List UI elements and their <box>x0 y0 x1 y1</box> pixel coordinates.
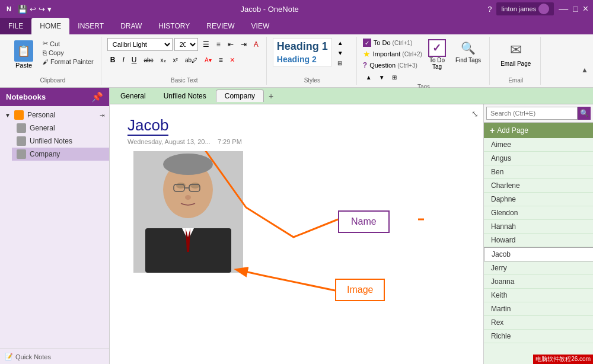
delete-format-button[interactable]: × <box>227 53 238 66</box>
company-label: Company <box>30 150 60 158</box>
heading1-style[interactable]: Heading 1 <box>275 40 330 53</box>
page-item-daphne[interactable]: Daphne <box>484 193 593 206</box>
font-color-button[interactable]: A▾ <box>202 55 215 65</box>
paste-button[interactable]: 📋 Paste <box>9 38 38 71</box>
bold-button[interactable]: B <box>107 54 119 66</box>
notebook-personal[interactable]: ▼ Personal ⇥ <box>0 108 109 122</box>
save-icon[interactable]: 💾 <box>18 5 27 14</box>
styles-expand-btn[interactable]: ⊞ <box>334 58 346 68</box>
close-btn[interactable]: × <box>583 4 588 14</box>
copy-button[interactable]: Copy <box>40 49 96 57</box>
bullet-list-button[interactable]: ☰ <box>200 39 212 50</box>
page-item-charlene[interactable]: Charlene <box>484 179 593 193</box>
ribbon-expand-icon[interactable]: ▲ <box>581 66 588 74</box>
page-item-angus[interactable]: Angus <box>484 152 593 165</box>
underline-button[interactable]: U <box>129 54 140 66</box>
page-item-ben[interactable]: Ben <box>484 165 593 179</box>
strikethrough-button[interactable]: abc <box>141 55 156 65</box>
todo-tag-button[interactable]: To Do Tag <box>425 38 449 71</box>
search-button[interactable]: 🔍 <box>578 107 591 120</box>
tab-insert[interactable]: INSERT <box>69 18 112 34</box>
email-page-button[interactable]: ✉ Email Page <box>496 38 535 68</box>
highlight-color-button[interactable]: ab🖊 <box>182 55 200 65</box>
note-title[interactable]: Jacob <box>127 116 168 136</box>
tab-draw[interactable]: DRAW <box>112 18 150 34</box>
sidebar-item-general[interactable]: General <box>12 122 109 135</box>
undo-icon[interactable]: ↩ <box>30 5 36 14</box>
important-tag-item[interactable]: ★ Important (Ctrl+2) <box>363 49 422 59</box>
italic-button[interactable]: I <box>119 54 127 66</box>
clear-format-button[interactable]: A <box>251 39 262 50</box>
sidebar-item-company[interactable]: Company <box>12 148 109 161</box>
customize-icon[interactable]: ▾ <box>47 5 52 14</box>
onenote-logo: N <box>5 4 14 14</box>
todo-tag-label: To Do (Ctrl+1) <box>374 39 412 46</box>
page-item-hannah[interactable]: Hannah <box>484 220 593 234</box>
decrease-indent-button[interactable]: ⇤ <box>225 39 237 50</box>
tab-review[interactable]: REVIEW <box>198 18 243 34</box>
font-family-select[interactable]: Calibri Light <box>107 38 173 51</box>
tags-up-btn[interactable]: ▲ <box>363 72 375 82</box>
tags-group: To Do (Ctrl+1) ★ Important (Ctrl+2) ? Qu… <box>358 37 490 85</box>
superscript-button[interactable]: x² <box>170 55 181 65</box>
tab-file[interactable]: FILE <box>0 18 31 34</box>
email-icon: ✉ <box>505 39 527 60</box>
question-tag-item[interactable]: ? Question (Ctrl+3) <box>363 60 422 70</box>
ribbon-tabs: FILE HOME INSERT DRAW HISTORY REVIEW VIE… <box>0 18 593 34</box>
search-input[interactable] <box>486 107 578 120</box>
tab-unfiled-notes[interactable]: Unfiled Notes <box>155 90 215 102</box>
help-btn[interactable]: ? <box>487 5 492 14</box>
add-page-label: Add Page <box>497 126 528 135</box>
page-item-glendon[interactable]: Glendon <box>484 206 593 220</box>
company-icon <box>17 149 26 159</box>
svg-text:N: N <box>7 5 11 12</box>
user-badge[interactable]: linton james <box>496 2 554 15</box>
minimize-btn[interactable]: — <box>559 4 568 14</box>
tab-general[interactable]: General <box>112 90 154 102</box>
increase-indent-button[interactable]: ⇥ <box>238 39 250 50</box>
page-item-joanna[interactable]: Joanna <box>484 275 593 289</box>
find-tags-button[interactable]: 🔍 Find Tags <box>452 38 484 65</box>
styles-content: Heading 1 Heading 2 ▲ ▼ ⊞ <box>273 38 346 76</box>
page-item-rex[interactable]: Rex <box>484 316 593 330</box>
unfiled-icon <box>17 136 26 146</box>
redo-icon[interactable]: ↪ <box>39 5 45 14</box>
heading2-style[interactable]: Heading 2 <box>275 54 330 65</box>
todo-tag-item[interactable]: To Do (Ctrl+1) <box>363 38 422 47</box>
quick-notes-footer[interactable]: 📝 Quick Notes <box>0 349 109 364</box>
page-item-jacob[interactable]: Jacob <box>484 247 593 261</box>
format-painter-button[interactable]: Format Painter <box>40 58 96 66</box>
sidebar-item-unfiled[interactable]: Unfiled Notes <box>12 135 109 148</box>
page-item-richie[interactable]: Richie <box>484 330 593 343</box>
tags-more-btn[interactable]: ⊞ <box>389 72 400 82</box>
align-button[interactable]: ≡ <box>216 54 226 66</box>
sidebar: Notebooks 📌 ▼ Personal ⇥ General Unfiled… <box>0 88 110 364</box>
maximize-btn[interactable]: □ <box>573 4 578 14</box>
page-item-keith[interactable]: Keith <box>484 289 593 302</box>
tab-history[interactable]: HISTORY <box>150 18 198 34</box>
subscript-button[interactable]: x₂ <box>158 55 169 65</box>
ribbon-expand[interactable]: ▲ <box>581 37 588 85</box>
personal-arrow-icon: ⇥ <box>100 112 104 119</box>
tab-view[interactable]: VIEW <box>243 18 278 34</box>
format-painter-icon <box>43 58 49 65</box>
font-size-select[interactable]: 20 <box>174 38 198 51</box>
cut-button[interactable]: Cut <box>40 39 96 48</box>
numbered-list-button[interactable]: ≡ <box>213 39 224 50</box>
tab-add-button[interactable]: + <box>265 90 277 102</box>
page-item-jerry[interactable]: Jerry <box>484 261 593 275</box>
tags-down-btn[interactable]: ▼ <box>376 72 388 82</box>
page-item-martin[interactable]: Martin <box>484 302 593 316</box>
page-item-aimee[interactable]: Aimee <box>484 138 593 152</box>
tab-home[interactable]: HOME <box>31 18 69 34</box>
content-column: General Unfiled Notes Company + ⤡ Jacob … <box>110 88 593 364</box>
search-box: 🔍 <box>484 104 593 123</box>
sidebar-pin-icon[interactable]: 📌 <box>91 91 103 103</box>
styles-down-btn[interactable]: ▼ <box>334 48 346 58</box>
basic-text-content: Calibri Light 20 ☰ ≡ ⇤ ⇥ A B I U abc x₂ <box>107 38 262 76</box>
add-page-header[interactable]: + Add Page <box>484 123 593 138</box>
page-item-howard[interactable]: Howard <box>484 234 593 247</box>
tab-company[interactable]: Company <box>216 90 264 102</box>
styles-up-btn[interactable]: ▲ <box>334 38 346 48</box>
expand-note-icon[interactable]: ⤡ <box>471 109 479 119</box>
